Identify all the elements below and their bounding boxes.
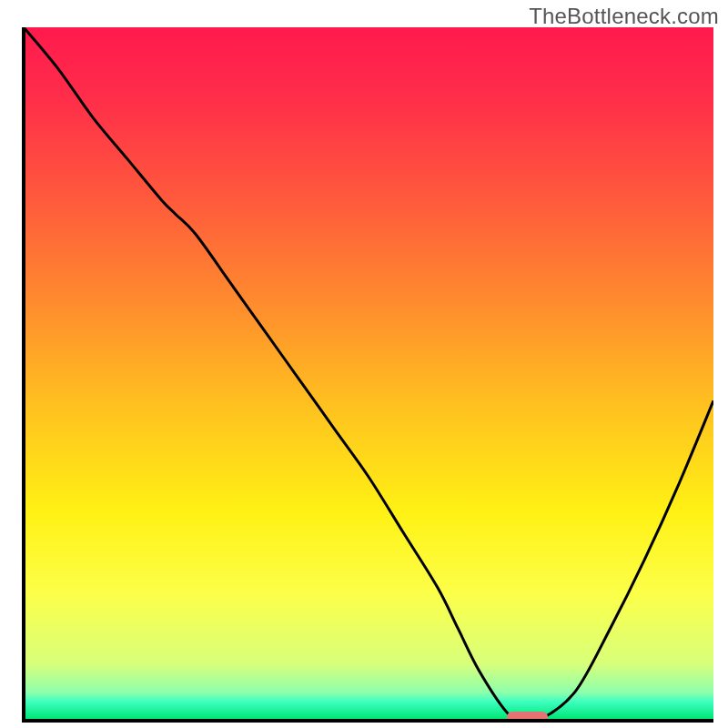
y-axis bbox=[22, 27, 25, 723]
curve-layer bbox=[24, 27, 713, 719]
bottleneck-curve bbox=[24, 27, 713, 719]
watermark-text: TheBottleneck.com bbox=[529, 4, 719, 29]
x-axis bbox=[22, 719, 713, 723]
chart-container: TheBottleneck.com bbox=[0, 0, 728, 728]
plot-area bbox=[24, 27, 713, 719]
